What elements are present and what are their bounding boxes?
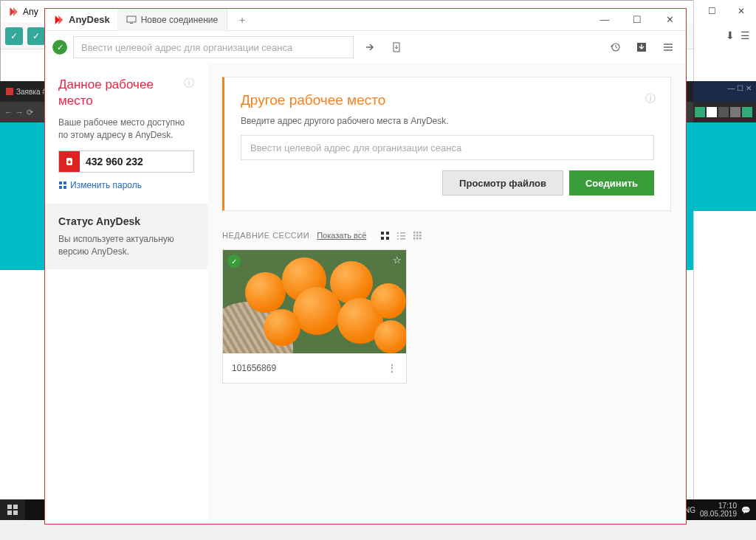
minimize-button[interactable]: —: [588, 9, 621, 31]
change-password-label: Изменить пароль: [70, 180, 142, 190]
bg-browser-right: — ☐ ✕: [693, 81, 756, 214]
svg-rect-16: [59, 186, 62, 189]
svg-rect-15: [63, 181, 66, 184]
anydesk-icon: [7, 5, 20, 18]
close-icon[interactable]: ✕: [726, 1, 756, 21]
workspace-id-box[interactable]: 432 960 232: [58, 150, 194, 173]
menu-button[interactable]: [658, 37, 678, 58]
bg-toolbar-item: ✓: [27, 27, 45, 45]
maximize-button[interactable]: ☐: [621, 9, 653, 31]
ext-icon: [718, 107, 729, 117]
hamburger-icon: [662, 41, 674, 53]
main-content: Другое рабочее место ⓘ Введите адрес дру…: [207, 63, 686, 524]
connect-button[interactable]: Соединить: [569, 170, 654, 195]
sidebar-workspace: Данное рабочее место ⓘ Ваше рабочее мест…: [45, 63, 207, 201]
svg-rect-5: [13, 510, 18, 515]
svg-rect-27: [400, 238, 405, 240]
svg-point-24: [397, 235, 399, 237]
session-card[interactable]: ✓ ☆ 101656869 ⋮: [222, 249, 407, 384]
notifications-icon[interactable]: 💬: [741, 506, 750, 514]
remote-address-input[interactable]: Ввести целевой адрес для организации сеа…: [241, 135, 654, 160]
svg-rect-36: [419, 238, 422, 240]
recent-heading: НЕДАВНИЕ СЕССИИ: [222, 231, 309, 240]
titlebar[interactable]: AnyDesk Новое соединение + — ☐ ✕: [45, 9, 686, 31]
grid-large-icon[interactable]: [378, 229, 391, 242]
svg-rect-30: [419, 232, 422, 234]
svg-rect-14: [59, 181, 62, 184]
forward-icon: →: [16, 108, 24, 117]
status-ok-icon: ✓: [52, 40, 67, 55]
bg-toolbar-item: ✓: [5, 27, 23, 45]
id-badge-icon: [59, 151, 80, 172]
svg-point-22: [397, 232, 399, 234]
history-button[interactable]: [605, 37, 625, 58]
anydesk-window: AnyDesk Новое соединение + — ☐ ✕ ✓ Ввест…: [44, 8, 687, 525]
sidebar-workspace-desc: Ваше рабочее место доступно по этому адр…: [58, 117, 194, 142]
start-button[interactable]: [0, 499, 25, 520]
ext-icon: [730, 107, 740, 117]
svg-marker-1: [13, 7, 18, 16]
bg-title: Any: [23, 7, 38, 17]
background-window-right: ☐ ✕ ⬇ ☰: [693, 0, 756, 520]
svg-rect-23: [400, 232, 405, 234]
ext-icon: [742, 107, 752, 117]
svg-rect-19: [386, 232, 389, 235]
svg-rect-9: [130, 23, 133, 24]
window-controls: — ☐ ✕: [588, 9, 686, 31]
svg-rect-17: [63, 186, 66, 189]
svg-rect-18: [381, 232, 384, 235]
tab-new-connection[interactable]: Новое соединение: [117, 9, 228, 31]
back-icon: ←: [4, 108, 13, 117]
svg-rect-35: [416, 238, 419, 240]
bg-window-controls: ☐ ✕: [694, 0, 756, 22]
reload-icon: ⟳: [27, 108, 33, 117]
svg-rect-20: [381, 237, 384, 240]
menu-icon: ☰: [740, 30, 750, 41]
sidebar-status: Статус AnyDesk Вы используете актуальную…: [45, 204, 207, 270]
toolbar: ✓ Ввести целевой адрес для организации с…: [45, 31, 686, 63]
svg-rect-32: [416, 235, 419, 237]
download-icon: ⬇: [726, 30, 735, 41]
address-input[interactable]: Ввести целевой адрес для организации сеа…: [73, 36, 354, 58]
list-icon[interactable]: [394, 229, 408, 242]
svg-rect-3: [13, 505, 18, 509]
download-box-icon: [636, 41, 647, 53]
svg-rect-31: [413, 235, 416, 237]
session-id: 101656869: [232, 363, 276, 373]
close-button[interactable]: ✕: [653, 9, 686, 31]
address-placeholder: Ввести целевой адрес для организации сеа…: [81, 42, 292, 53]
info-icon[interactable]: ⓘ: [184, 77, 194, 90]
svg-rect-21: [386, 237, 389, 240]
session-footer: 101656869 ⋮: [223, 353, 406, 383]
browse-files-button[interactable]: Просмотр файлов: [442, 170, 563, 195]
install-button[interactable]: [631, 37, 652, 58]
go-button[interactable]: [360, 37, 380, 58]
svg-point-26: [397, 238, 399, 240]
recent-sessions: НЕДАВНИЕ СЕССИИ Показать всё: [222, 229, 671, 384]
favorite-star-icon[interactable]: ☆: [393, 255, 402, 266]
file-transfer-button[interactable]: [386, 37, 407, 58]
remote-buttons: Просмотр файлов Соединить: [241, 170, 654, 195]
maximize-icon[interactable]: ☐: [697, 1, 726, 21]
view-toggle: [378, 229, 424, 242]
monitor-icon: [126, 15, 137, 24]
session-thumbnail: ✓ ☆: [223, 250, 406, 353]
grid-small-icon[interactable]: [410, 229, 424, 242]
svg-rect-2: [7, 505, 12, 509]
change-password-link[interactable]: Изменить пароль: [58, 180, 194, 190]
new-tab-button[interactable]: +: [227, 9, 257, 31]
sidebar: Данное рабочее место ⓘ Ваше рабочее мест…: [45, 63, 207, 524]
remote-title: Другое рабочее место: [241, 92, 654, 108]
session-menu-icon[interactable]: ⋮: [387, 362, 397, 374]
info-icon[interactable]: ⓘ: [645, 92, 656, 105]
svg-rect-4: [7, 510, 12, 515]
file-arrow-icon: [391, 42, 402, 52]
windows-icon: [7, 505, 18, 515]
show-all-link[interactable]: Показать всё: [317, 231, 366, 240]
status-desc: Вы используете актуальную версию AnyDesk…: [58, 233, 194, 258]
recent-header: НЕДАВНИЕ СЕССИИ Показать всё: [222, 229, 671, 242]
remote-desc: Введите адрес другого рабочего места в A…: [241, 116, 654, 126]
app-title: AnyDesk: [69, 14, 110, 25]
tray-clock[interactable]: 17:10 08.05.2019: [700, 502, 737, 518]
history-icon: [609, 41, 621, 53]
